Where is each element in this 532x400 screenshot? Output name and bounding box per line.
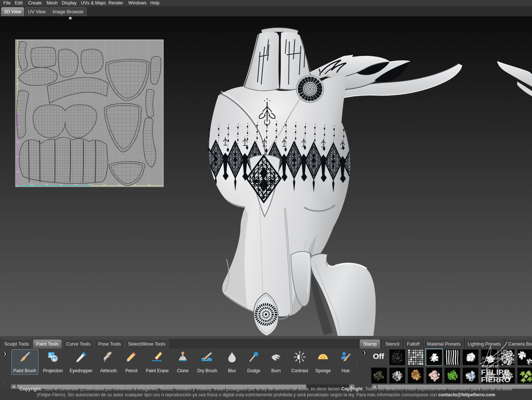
svg-text:0.7: 0.7 (16, 83, 20, 85)
svg-text:0.5: 0.5 (89, 183, 92, 186)
svg-text:0.6: 0.6 (103, 183, 107, 186)
svg-text:0.7: 0.7 (118, 183, 121, 186)
svg-text:0.9: 0.9 (147, 183, 151, 186)
svg-text:0.3: 0.3 (60, 183, 63, 186)
svg-text:0.3: 0.3 (16, 141, 20, 143)
svg-text:0.8: 0.8 (16, 68, 20, 70)
svg-text:0.1: 0.1 (30, 183, 34, 186)
svg-text:0.2: 0.2 (45, 183, 48, 186)
svg-text:0.1: 0.1 (16, 170, 20, 173)
